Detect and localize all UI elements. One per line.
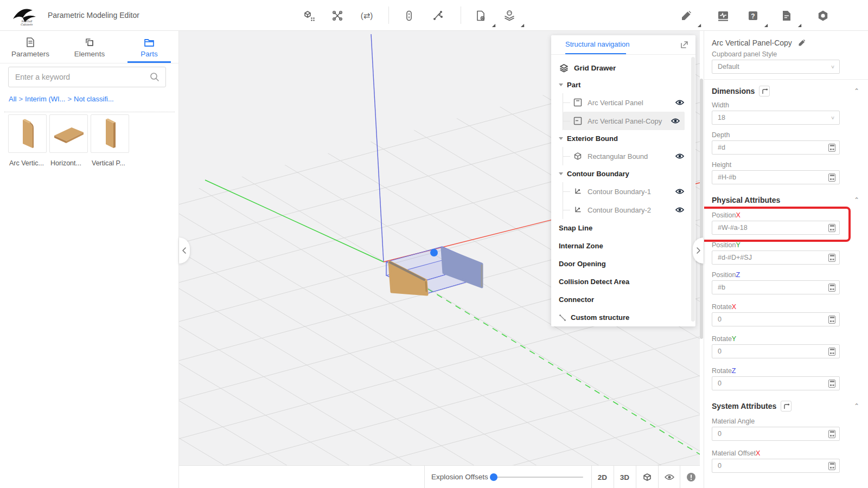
tree-root-grid-drawer[interactable]: Grid Drawer bbox=[551, 59, 695, 76]
structure-tree: Grid Drawer Part Arc Vertical Panel Arc … bbox=[551, 55, 695, 322]
visibility-eye-icon[interactable] bbox=[658, 466, 680, 488]
tree-item-contour-boundary-2[interactable]: Contour Boundary-2 bbox=[563, 201, 695, 219]
contour-icon bbox=[573, 187, 582, 196]
tree-group-exterior-bound[interactable]: Exterior Bound bbox=[551, 130, 695, 147]
visibility-eye-icon[interactable] bbox=[675, 206, 685, 214]
document-icon[interactable] bbox=[779, 8, 794, 23]
tree-section-snap-line[interactable]: Snap Line bbox=[551, 219, 695, 237]
position-z-label: PositionZ bbox=[712, 271, 860, 280]
material-offset-x-input[interactable] bbox=[712, 459, 840, 473]
formula-calculator-icon[interactable] bbox=[828, 462, 835, 470]
publish-layers-icon[interactable] bbox=[502, 8, 517, 23]
knot-icon[interactable] bbox=[330, 8, 345, 23]
visibility-eye-icon[interactable] bbox=[675, 99, 685, 106]
explosion-slider-thumb[interactable] bbox=[490, 473, 497, 481]
help-icon[interactable]: ? bbox=[745, 8, 761, 23]
rotate-x-input[interactable] bbox=[712, 312, 840, 326]
formula-calculator-icon[interactable] bbox=[828, 144, 835, 152]
gizmo-origin-dot[interactable] bbox=[430, 249, 438, 256]
part-card-arc-vertical[interactable] bbox=[8, 114, 47, 153]
cupboard-panel-style-select[interactable]: Default ∨ bbox=[712, 60, 840, 74]
dropdown-caret-icon[interactable] bbox=[698, 24, 701, 27]
depth-input[interactable] bbox=[712, 140, 840, 155]
expand-panel-icon[interactable] bbox=[680, 40, 689, 49]
formula-calculator-icon[interactable] bbox=[828, 254, 835, 262]
tree-section-connector[interactable]: Connector bbox=[551, 291, 695, 309]
navpanel-tab-structural-navigation[interactable]: Structural navigation bbox=[565, 40, 630, 48]
tab-elements[interactable]: Elements bbox=[62, 35, 117, 62]
position-x-input[interactable] bbox=[712, 221, 840, 235]
height-input[interactable] bbox=[712, 170, 840, 184]
parameter-link-icon[interactable] bbox=[759, 86, 770, 97]
material-angle-input[interactable] bbox=[712, 427, 840, 441]
svg-text:?: ? bbox=[751, 12, 755, 20]
navpanel-scrollbar[interactable] bbox=[691, 57, 695, 322]
search-box[interactable] bbox=[8, 67, 166, 87]
part-card-vertical[interactable] bbox=[91, 114, 129, 153]
formula-calculator-icon[interactable] bbox=[828, 284, 835, 292]
link-icon[interactable] bbox=[401, 8, 417, 23]
parameter-link-icon[interactable] bbox=[781, 401, 792, 412]
edit-pencil-icon[interactable] bbox=[679, 8, 694, 23]
view-3d-button[interactable]: 3D bbox=[614, 466, 636, 488]
tree-section-door-opening[interactable]: Door Opening bbox=[551, 255, 695, 273]
formula-calculator-icon[interactable] bbox=[828, 316, 835, 324]
document-settings-icon[interactable] bbox=[473, 8, 488, 23]
search-input[interactable] bbox=[15, 73, 149, 81]
warning-icon[interactable] bbox=[680, 466, 702, 488]
collapse-triangle-icon bbox=[559, 172, 563, 175]
tree-item-contour-boundary-1[interactable]: Contour Boundary-1 bbox=[563, 182, 695, 201]
visibility-eye-icon[interactable] bbox=[675, 152, 685, 160]
properties-scrollbar[interactable] bbox=[700, 79, 703, 339]
visibility-eye-icon[interactable] bbox=[675, 188, 685, 195]
breadcrumb-link-notclassified[interactable]: Not classifi... bbox=[74, 95, 114, 103]
formula-calculator-icon[interactable] bbox=[828, 380, 835, 388]
formula-calculator-icon[interactable] bbox=[828, 224, 835, 232]
width-select[interactable]: 18 ∨ bbox=[712, 111, 840, 125]
dropdown-caret-icon[interactable] bbox=[492, 24, 495, 27]
search-icon[interactable] bbox=[149, 72, 160, 82]
dropdown-caret-icon[interactable] bbox=[521, 24, 524, 27]
position-y-input[interactable] bbox=[712, 251, 840, 265]
rename-pencil-icon[interactable] bbox=[797, 38, 806, 47]
activity-monitor-icon[interactable] bbox=[716, 8, 731, 23]
position-x-label: PositionX bbox=[712, 211, 860, 221]
breadcrumb-link-interim[interactable]: Interim (WI... bbox=[25, 95, 65, 103]
bounding-box-toggle-icon[interactable] bbox=[636, 466, 658, 488]
collapse-section-icon[interactable]: ⌃ bbox=[854, 87, 859, 95]
formula-calculator-icon[interactable] bbox=[828, 430, 835, 438]
tree-section-internal-zone[interactable]: Internal Zone bbox=[551, 237, 695, 255]
app-title: Parametric Modeling Editor bbox=[48, 11, 139, 20]
settings-nut-icon[interactable] bbox=[815, 8, 831, 23]
tree-section-collision-detect-area[interactable]: Collision Detect Area bbox=[551, 273, 695, 291]
collapse-section-icon[interactable]: ⌃ bbox=[854, 402, 859, 410]
material-offset-x-label: Material OffsetX bbox=[712, 450, 860, 459]
tree-group-contour-boundary[interactable]: Contour Boundary bbox=[551, 165, 695, 182]
dropdown-caret-icon[interactable] bbox=[764, 24, 768, 27]
formula-calculator-icon[interactable] bbox=[828, 174, 835, 182]
tree-item-arc-vertical-panel-copy[interactable]: Arc Vertical Panel-Copy bbox=[563, 112, 685, 130]
chevron-down-icon: ∨ bbox=[831, 115, 835, 120]
explosion-slider-track[interactable] bbox=[491, 477, 583, 478]
horizontal-panel-thumb bbox=[50, 115, 87, 152]
share-nodes-icon[interactable] bbox=[430, 8, 445, 23]
rotate-y-input[interactable] bbox=[712, 344, 840, 358]
visibility-eye-icon[interactable] bbox=[671, 117, 680, 125]
part-card-horizontal[interactable] bbox=[49, 114, 88, 153]
tab-parameters[interactable]: Parameters bbox=[3, 35, 58, 62]
tree-group-part[interactable]: Part bbox=[551, 76, 695, 93]
formula-calculator-icon[interactable] bbox=[828, 348, 835, 356]
view-2d-button[interactable]: 2D bbox=[591, 466, 614, 488]
rotate-z-input[interactable] bbox=[712, 376, 840, 390]
breadcrumb-link-all[interactable]: All bbox=[9, 95, 16, 103]
dropdown-caret-icon[interactable] bbox=[798, 24, 801, 27]
tree-section-custom-structure[interactable]: Custom structure bbox=[551, 309, 695, 322]
tree-item-arc-vertical-panel[interactable]: Arc Vertical Panel bbox=[563, 93, 695, 112]
model-library-icon[interactable] bbox=[302, 8, 317, 23]
swap-parameters-icon[interactable]: (⇄) bbox=[359, 8, 374, 23]
material-angle-label: Material Angle bbox=[712, 418, 860, 427]
position-z-input[interactable] bbox=[712, 280, 840, 294]
collapse-section-icon[interactable]: ⌃ bbox=[854, 196, 859, 204]
tab-parts[interactable]: Parts bbox=[122, 35, 176, 62]
tree-item-rectangular-bound[interactable]: Rectangular Bound bbox=[563, 147, 695, 165]
